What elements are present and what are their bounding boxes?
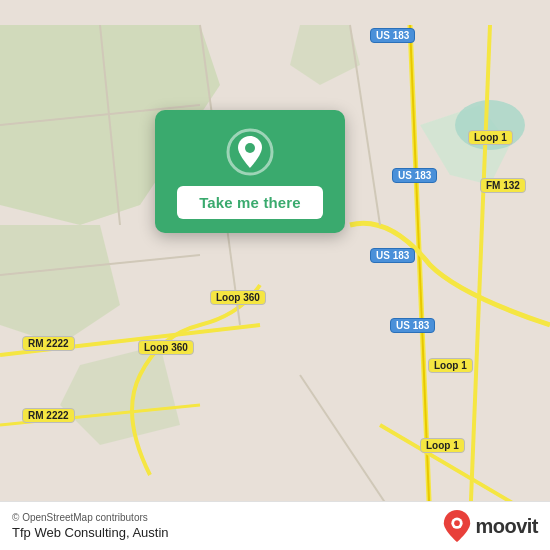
road-label-loop1-mid: Loop 1 [428, 358, 473, 373]
road-label-us183-mid: US 183 [392, 168, 437, 183]
svg-point-15 [245, 143, 255, 153]
road-label-us183-top: US 183 [370, 28, 415, 43]
road-label-us183-lower: US 183 [390, 318, 435, 333]
take-me-there-button[interactable]: Take me there [177, 186, 323, 219]
road-label-loop360-1: Loop 360 [210, 290, 266, 305]
road-label-fm132: FM 132 [480, 178, 526, 193]
location-pin-icon [226, 128, 274, 176]
location-card: Take me there [155, 110, 345, 233]
bottom-bar: © OpenStreetMap contributors Tfp Web Con… [0, 501, 550, 550]
map-container: US 183 US 183 US 183 US 183 Loop 1 Loop … [0, 0, 550, 550]
svg-point-17 [455, 520, 461, 526]
osm-attribution: © OpenStreetMap contributors [12, 512, 169, 523]
road-label-loop360-2: Loop 360 [138, 340, 194, 355]
bottom-left: © OpenStreetMap contributors Tfp Web Con… [12, 512, 169, 540]
place-name: Tfp Web Consulting, Austin [12, 525, 169, 540]
road-label-rm2222-1: RM 2222 [22, 336, 75, 351]
moovit-pin-icon [443, 510, 471, 542]
road-label-rm2222-2: RM 2222 [22, 408, 75, 423]
moovit-logo: moovit [443, 510, 538, 542]
road-label-us183-bot: US 183 [370, 248, 415, 263]
road-label-loop1-top: Loop 1 [468, 130, 513, 145]
moovit-brand-text: moovit [475, 515, 538, 538]
road-label-loop1-bot: Loop 1 [420, 438, 465, 453]
